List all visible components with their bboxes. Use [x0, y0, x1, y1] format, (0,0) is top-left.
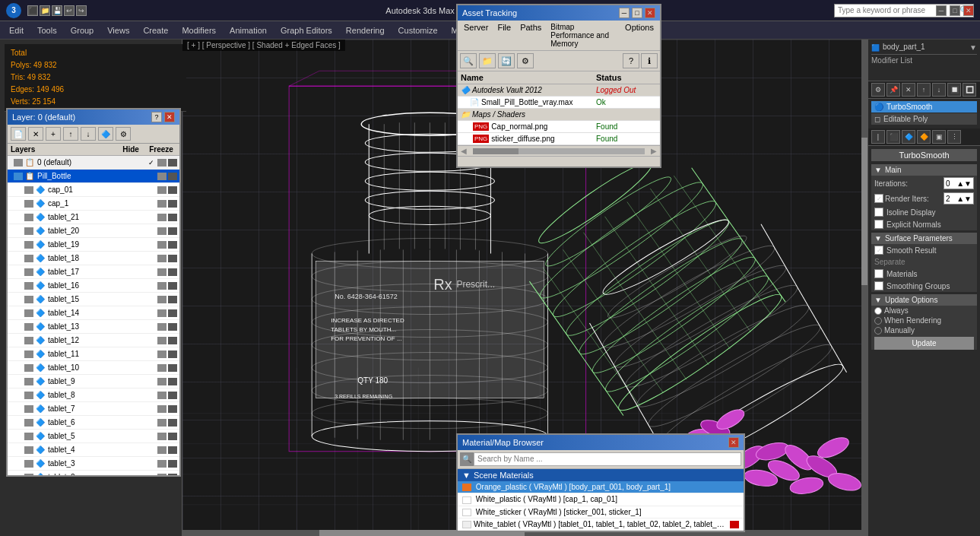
mb-close-btn[interactable]: ✕	[728, 437, 739, 448]
at-btn-3[interactable]: 🔄	[498, 53, 515, 68]
layer-item[interactable]: 🔷tablet_18	[8, 252, 179, 265]
layer-item[interactable]: 🔷tablet_19	[8, 238, 179, 252]
menu-views[interactable]: Views	[103, 24, 134, 36]
ts-arrow[interactable]: ▼	[874, 166, 882, 174]
layer-close-btn[interactable]: ✕	[164, 112, 175, 122]
menu-tools[interactable]: Tools	[33, 24, 62, 36]
layer-item[interactable]: 📋0 (default)✓	[8, 156, 179, 170]
layer-item[interactable]: 🔷tablet_8	[8, 389, 179, 402]
layer-item[interactable]: 🔷tablet_11	[8, 347, 179, 361]
layer-item[interactable]: 🔷tablet_6	[8, 416, 179, 430]
layer-add-btn[interactable]: +	[46, 127, 61, 141]
ts-isoline-checkbox[interactable]	[874, 208, 883, 217]
at-btn-1[interactable]: 🔍	[460, 53, 477, 68]
at-max-btn[interactable]: □	[632, 8, 642, 18]
mb-row-white-plastic[interactable]: White_plastic ( VRayMtl ) [cap_1, cap_01…	[458, 493, 744, 506]
layer-item[interactable]: 🔷tablet_7	[8, 402, 179, 416]
at-help-btn[interactable]: ?	[623, 53, 639, 68]
toolbar-icon[interactable]: ↩	[64, 5, 75, 16]
at-btn-4[interactable]: ⚙	[517, 53, 534, 68]
at-btn-2[interactable]: 📁	[479, 53, 496, 68]
maximize-button[interactable]: □	[950, 5, 960, 16]
rp2-icon-4[interactable]: 🔶	[917, 130, 931, 144]
layer-btn4[interactable]: ↑	[63, 127, 78, 141]
rp-icon-5[interactable]: ↓	[932, 83, 946, 97]
toolbar-icon[interactable]: ↪	[76, 5, 87, 16]
toolbar-icon[interactable]: 💾	[52, 5, 62, 16]
at-menu-paths[interactable]: Paths	[519, 23, 543, 48]
menu-create[interactable]: Create	[138, 24, 173, 36]
layer-btn6[interactable]: 🔷	[98, 127, 113, 141]
at-row-cap-normal[interactable]: PNG Cap_normal.png Found	[458, 121, 660, 133]
at-scroll-thumb[interactable]	[473, 148, 519, 154]
rp-icon-2[interactable]: 📌	[886, 83, 900, 97]
at-menu-file[interactable]: File	[496, 23, 512, 48]
rp2-icon-3[interactable]: 🔷	[902, 130, 915, 144]
scrollbar-vertical[interactable]	[861, 40, 867, 530]
layer-item[interactable]: 📋Pill_Bottle	[8, 170, 179, 183]
at-row-maps[interactable]: 📁 Maps / Shaders	[458, 109, 660, 121]
radio-when-rendering[interactable]: When Rendering	[871, 316, 977, 325]
rp-icon-4[interactable]: ↑	[917, 83, 931, 97]
layer-item[interactable]: 🔷tablet_12	[8, 334, 179, 347]
at-close-btn[interactable]: ✕	[645, 8, 655, 18]
layer-item[interactable]: 🔷tablet_13	[8, 320, 179, 334]
rp-icon-7[interactable]: 🔳	[963, 83, 976, 97]
rp2-icon-6[interactable]: ⋮	[947, 130, 961, 144]
mb-row-orange[interactable]: Orange_plastic ( VRayMtl ) [body_part_00…	[458, 481, 744, 493]
layer-btn5[interactable]: ↓	[81, 127, 96, 141]
layer-item[interactable]: 🔷cap_1	[8, 197, 179, 211]
layer-delete-btn[interactable]: ✕	[28, 127, 43, 141]
rp2-icon-1[interactable]: |	[871, 130, 885, 144]
at-left-arrow[interactable]: ◀	[458, 147, 470, 155]
ts-materials-checkbox[interactable]	[874, 269, 883, 278]
layer-item[interactable]: 🔷cap_01	[8, 183, 179, 197]
rp-icon-3[interactable]: ✕	[902, 83, 915, 97]
rp2-icon-2[interactable]: ⬛	[886, 130, 900, 144]
ts-render-spinner[interactable]: 2 ▲▼	[944, 192, 974, 205]
at-scrollbar-track[interactable]	[473, 148, 645, 154]
mb-row-white-tablet[interactable]: White_tablet ( VRayMtl ) [tablet_01, tab…	[458, 519, 744, 531]
layer-btn7[interactable]: ⚙	[116, 127, 131, 141]
layer-item[interactable]: 🔷tablet_14	[8, 306, 179, 320]
mb-search-input[interactable]	[474, 452, 741, 466]
ts-update-button[interactable]: Update	[874, 337, 974, 350]
toolbar-icon[interactable]: ⬛	[27, 5, 38, 16]
mb-row-white-sticker[interactable]: White_sticker ( VRayMtl ) [sticker_001, …	[458, 506, 744, 519]
menu-modifiers[interactable]: Modifiers	[177, 24, 220, 36]
layer-list[interactable]: 📋0 (default)✓📋Pill_Bottle🔷cap_01🔷cap_1🔷t…	[8, 156, 179, 475]
dropdown-icon[interactable]: ▼	[969, 43, 977, 52]
menu-edit[interactable]: Edit	[5, 24, 28, 36]
at-scrollbar[interactable]: ◀ ▶	[458, 145, 660, 156]
ts-iterations-spinner[interactable]: 0 ▲▼	[944, 177, 974, 189]
layer-item[interactable]: 🔷tablet_10	[8, 361, 179, 375]
at-info-btn[interactable]: ℹ	[641, 53, 658, 68]
menu-graph-editors[interactable]: Graph Editors	[276, 24, 337, 36]
ts-explicit-checkbox[interactable]	[874, 220, 883, 229]
at-row-bottle-file[interactable]: 📄 Small_Pill_Bottle_vray.max Ok	[458, 97, 660, 109]
layer-item[interactable]: 🔷tablet_17	[8, 265, 179, 279]
layer-item[interactable]: 🔷tablet_16	[8, 279, 179, 293]
at-menu-server[interactable]: Server	[462, 23, 490, 48]
at-right-arrow[interactable]: ▶	[648, 147, 660, 155]
layer-item[interactable]: 🔷tablet_20	[8, 224, 179, 238]
at-row-sticker[interactable]: PNG sticker_diffuse.png Found	[458, 133, 660, 145]
ts-update-arrow[interactable]: ▼	[874, 296, 882, 304]
ts-surface-arrow[interactable]: ▼	[874, 234, 882, 243]
layer-item[interactable]: 🔷tablet_5	[8, 430, 179, 443]
at-min-btn[interactable]: ─	[619, 8, 630, 18]
menu-rendering[interactable]: Rendering	[341, 24, 389, 36]
menu-animation[interactable]: Animation	[225, 24, 271, 36]
mb-collapse-icon[interactable]: ▼	[462, 471, 471, 480]
layer-item[interactable]: 🔷tablet_9	[8, 375, 179, 389]
radio-manually-dot[interactable]	[874, 327, 882, 335]
menu-group[interactable]: Group	[66, 24, 99, 36]
radio-always-dot[interactable]	[874, 307, 882, 315]
layer-new-btn[interactable]: 📄	[11, 127, 26, 141]
scroll-thumb-v[interactable]	[861, 138, 867, 285]
at-row-vault[interactable]: 🔷 Autodesk Vault 2012 Logged Out	[458, 84, 660, 97]
radio-manually[interactable]: Manually	[871, 325, 977, 335]
ts-render-checkbox[interactable]: ✓	[874, 194, 883, 203]
menu-customize[interactable]: Customize	[394, 24, 442, 36]
radio-rendering-dot[interactable]	[874, 317, 882, 325]
